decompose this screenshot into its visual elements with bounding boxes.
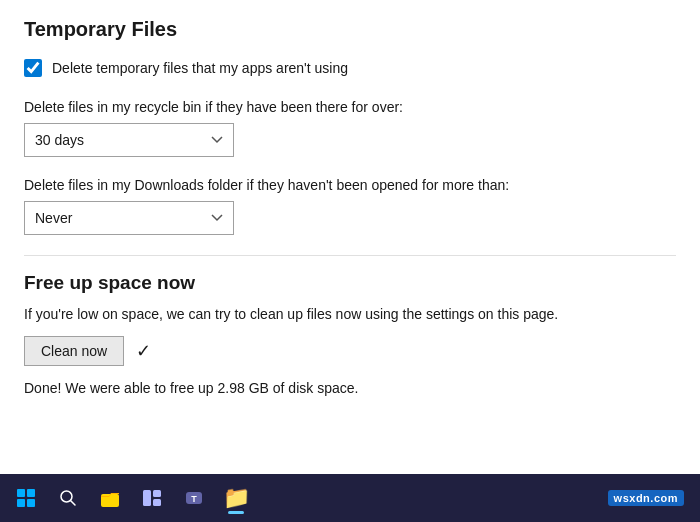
snap-icon bbox=[141, 487, 163, 509]
taskbar-right: wsxdn.com bbox=[608, 490, 692, 506]
search-button[interactable] bbox=[50, 480, 86, 516]
free-up-space-heading: Free up space now bbox=[24, 272, 676, 294]
checkmark-icon: ✓ bbox=[136, 340, 151, 362]
downloads-section-label: Delete files in my Downloads folder if t… bbox=[24, 177, 676, 193]
snap-layout-button[interactable] bbox=[134, 480, 170, 516]
section-divider bbox=[24, 255, 676, 256]
checkbox-row: Delete temporary files that my apps aren… bbox=[24, 59, 676, 77]
svg-line-1 bbox=[71, 501, 76, 506]
svg-rect-4 bbox=[153, 490, 161, 497]
wsxdn-badge: wsxdn.com bbox=[608, 490, 684, 506]
folder-icon: 📁 bbox=[223, 485, 250, 511]
free-up-space-info: If you're low on space, we can try to cl… bbox=[24, 306, 676, 322]
taskbar: T 📁 wsxdn.com bbox=[0, 474, 700, 522]
page-title: Temporary Files bbox=[24, 18, 676, 41]
recyclebin-dropdown[interactable]: 1 day 14 days 30 days 60 days Never bbox=[24, 123, 234, 157]
file-explorer-button[interactable] bbox=[92, 480, 128, 516]
delete-temp-files-checkbox[interactable] bbox=[24, 59, 42, 77]
teams-button[interactable]: T bbox=[176, 480, 212, 516]
svg-rect-5 bbox=[153, 499, 161, 506]
recyclebin-dropdown-container: Delete files in my recycle bin if they h… bbox=[24, 99, 676, 157]
search-icon bbox=[58, 488, 78, 508]
downloads-dropdown-container: Delete files in my Downloads folder if t… bbox=[24, 177, 676, 235]
downloads-dropdown[interactable]: 1 day 14 days 30 days 60 days Never bbox=[24, 201, 234, 235]
svg-text:T: T bbox=[191, 494, 197, 504]
clean-now-button[interactable]: Clean now bbox=[24, 336, 124, 366]
svg-rect-3 bbox=[143, 490, 151, 506]
main-content: Temporary Files Delete temporary files t… bbox=[0, 0, 700, 474]
start-button[interactable] bbox=[8, 480, 44, 516]
done-text: Done! We were able to free up 2.98 GB of… bbox=[24, 380, 676, 396]
windows-icon bbox=[17, 489, 35, 507]
taskbar-left: T 📁 bbox=[8, 480, 254, 516]
teams-icon: T bbox=[183, 487, 205, 509]
delete-temp-files-label: Delete temporary files that my apps aren… bbox=[52, 60, 348, 76]
svg-rect-2 bbox=[101, 494, 119, 507]
recyclebin-section-label: Delete files in my recycle bin if they h… bbox=[24, 99, 676, 115]
folder-button[interactable]: 📁 bbox=[218, 480, 254, 516]
file-explorer-icon bbox=[99, 487, 121, 509]
clean-row: Clean now ✓ bbox=[24, 336, 676, 366]
